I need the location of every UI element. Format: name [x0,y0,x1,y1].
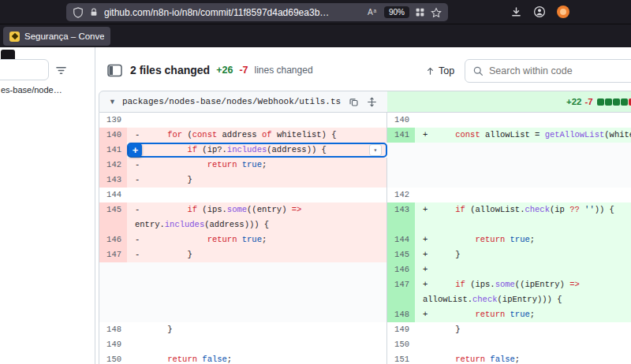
new-line-number[interactable]: 142 [387,188,415,202]
url-bar[interactable]: github.com/n8n-io/n8n/commit/11f8597d4ad… [66,3,448,21]
chevron-down-icon[interactable]: ▼ [109,98,116,106]
new-line-number [387,143,415,158]
search-icon [473,66,484,76]
diff-marker [423,322,435,337]
new-line-number[interactable]: 140 [387,113,415,128]
old-line-number[interactable]: 149 [99,337,127,352]
line-menu-caret[interactable]: ▾ [369,144,382,156]
new-line-number [387,173,415,188]
new-line-number[interactable]: 149 [387,322,415,337]
old-line-number[interactable]: 145 [99,202,127,232]
new-line-number[interactable]: 146 [387,262,415,277]
new-code-line [415,113,631,128]
filter-button[interactable] [50,60,71,80]
filter-icon [55,65,67,76]
browser-tab[interactable]: Segurança – Conver… [3,27,110,46]
bookmark-star-icon[interactable] [431,7,442,18]
translate-icon[interactable]: Aa [367,6,379,18]
new-line-number[interactable]: 143 [387,202,415,232]
new-code-line [415,188,631,202]
download-icon[interactable] [510,6,522,18]
new-line-number[interactable]: 150 [387,337,415,352]
diff-row: 146+ [99,262,631,277]
sidebar-toggle-button[interactable] [105,61,124,80]
diff-marker [423,337,435,352]
copy-path-button[interactable] [349,97,359,107]
new-line-number[interactable]: 141 [387,128,415,143]
old-code-line [127,307,387,322]
old-line-number[interactable]: 140 [99,128,127,143]
url-text[interactable]: github.com/n8n-io/n8n/commit/11f8597d4ad… [104,7,361,18]
diff-table: 139 140 140- for (const address of white… [99,113,631,364]
old-code-line: - } [127,247,387,262]
shield-icon[interactable] [73,7,84,18]
old-line-number[interactable]: 142 [99,158,127,173]
diff-row: 139 140 [99,113,631,128]
expand-button[interactable] [367,97,377,107]
code-text: for (const address of whitelist) { [147,130,337,139]
old-line-number[interactable]: 144 [99,188,127,202]
new-code-line: + return true; [415,307,631,322]
lines-changed-label: lines changed [255,65,313,76]
diff-row: 149 150 [99,337,631,352]
old-line-number[interactable]: 141 [99,143,127,158]
search-input[interactable] [489,65,631,76]
old-line-number [99,262,127,277]
grid-icon[interactable] [415,7,425,17]
tab-title: Segurança – Conver… [24,32,104,41]
diff-marker: - [135,247,147,262]
zoom-level-badge[interactable]: 90% [384,6,409,18]
old-code-line [127,337,387,352]
new-line-number[interactable]: 148 [387,307,415,322]
diff-marker: - [135,158,147,173]
new-code-line: return false; [415,352,631,364]
code-text: const allowList = getAllowList(whitelist… [435,130,631,139]
code-text: if (ips.some((entry) => entry.includes(a… [135,205,307,229]
new-line-number[interactable]: 147 [387,277,415,307]
old-line-number[interactable]: 146 [99,232,127,247]
diff-row: 144 142 [99,188,631,202]
new-code-line: + const allowList = getAllowList(whiteli… [415,128,631,143]
lock-icon[interactable] [89,7,99,17]
new-line-number[interactable]: 144 [387,232,415,247]
new-code-line: + [415,262,631,277]
extension-icon[interactable] [557,6,569,18]
old-code-line [127,277,387,307]
diff-marker: + [423,202,435,217]
diff-row: 147- }145+ } [99,247,631,262]
old-line-number[interactable]: 139 [99,113,127,128]
old-code-line: - if (ips.some((entry) => entry.includes… [127,202,387,232]
account-icon[interactable] [533,6,546,18]
file-additions: +22 [566,97,582,106]
old-line-number[interactable]: 148 [99,322,127,337]
arrow-up-icon [426,66,435,76]
old-line-number[interactable]: 147 [99,247,127,262]
file-filter-input[interactable] [0,59,49,80]
diff-marker [423,188,435,202]
add-comment-button[interactable]: + [129,143,142,157]
diff-marker [135,188,147,202]
diff-marker: + [423,247,435,262]
diff-marker: + [423,307,435,322]
new-code-line: + return true; [415,232,631,247]
old-line-number[interactable]: 150 [99,352,127,364]
diff-marker: + [423,232,435,247]
tree-item[interactable]: es-base/node… [1,85,62,95]
diff-marker [135,352,147,364]
diff-row: 140- for (const address of whitelist) {1… [99,128,631,143]
svg-text:A: A [368,8,373,17]
diff-main: 2 files changed +26 -7 lines changed Top… [95,47,631,364]
code-search-box[interactable] [465,59,631,83]
old-code-line: return false; [127,352,387,364]
code-text: } [435,250,461,259]
file-tree-sidebar: es-base/node… [0,47,95,364]
old-line-number[interactable]: 143 [99,173,127,188]
old-code-line: } [127,322,387,337]
diff-row: 148+ return true; [99,307,631,322]
diff-marker: + [423,277,435,292]
new-line-number[interactable]: 151 [387,352,415,364]
diff-marker: - [135,173,147,188]
new-line-number[interactable]: 145 [387,247,415,262]
diffstat-square [605,98,612,106]
back-to-top-link[interactable]: Top [426,65,454,76]
